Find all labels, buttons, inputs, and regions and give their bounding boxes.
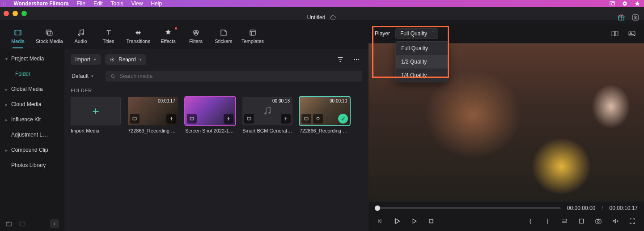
sidebar-item-label: Adjustment L…	[11, 132, 48, 138]
svg-rect-39	[579, 219, 583, 223]
menu-extra-3-icon[interactable]	[634, 0, 640, 7]
tab-stickers[interactable]: Stickers	[214, 28, 233, 45]
sort-dropdown[interactable]: Default ▾	[71, 71, 94, 81]
media-clip[interactable]: 00:00:17 + 722869_Recording P…	[128, 97, 178, 133]
import-button[interactable]: Import ▾	[71, 54, 101, 65]
sidebar-item-compound-clip[interactable]: ▸ Compound Clip	[0, 142, 64, 158]
apple-menu-icon[interactable]: 	[4, 0, 5, 7]
tab-transitions[interactable]: Transitions	[127, 28, 150, 45]
adjust-icon[interactable]	[313, 114, 323, 124]
sidebar-item-label: Influence Kit	[11, 116, 41, 123]
play-button[interactable]	[409, 216, 419, 227]
more-icon[interactable]	[351, 54, 362, 65]
filter-icon[interactable]	[335, 54, 346, 65]
tab-filters[interactable]: Filters	[186, 28, 206, 45]
chevron-right-icon: ▸	[5, 102, 8, 107]
clip-name: Screen Shot 2022-11…	[185, 128, 235, 133]
sidebar-item-global-media[interactable]: ▸ Global Media	[0, 81, 64, 97]
menu-view[interactable]: View	[131, 0, 143, 7]
sidebar-item-adjustment-layer[interactable]: ▸ Adjustment L…	[0, 127, 64, 142]
add-to-timeline-icon[interactable]: +	[224, 114, 233, 124]
quality-option-half[interactable]: 1/2 Quality	[396, 55, 448, 68]
tab-label: Transitions	[127, 38, 150, 44]
preview-icon[interactable]	[187, 114, 197, 124]
menu-tools[interactable]: Tools	[111, 0, 123, 7]
quality-option-full[interactable]: Full Quality	[396, 42, 448, 55]
add-to-timeline-icon[interactable]: +	[281, 114, 291, 124]
tab-templates[interactable]: Templates	[242, 28, 264, 45]
snapshot-button[interactable]	[593, 216, 604, 227]
search-input-wrap[interactable]	[106, 71, 362, 81]
menu-extra-2-icon[interactable]	[622, 0, 628, 7]
search-input[interactable]	[119, 73, 358, 79]
caret-down-icon: ▾	[91, 74, 93, 78]
import-media-tile[interactable]: + Import Media	[71, 97, 121, 133]
mark-out-button[interactable]: }	[542, 216, 553, 227]
menu-file[interactable]: File	[77, 0, 85, 7]
menu-extra-1-icon[interactable]	[609, 0, 615, 7]
crop-icon[interactable]	[576, 216, 587, 227]
svg-point-29	[264, 112, 267, 115]
app-name[interactable]: Wondershare Filmora	[13, 0, 68, 7]
traffic-light-close[interactable]	[4, 11, 9, 16]
compare-view-icon[interactable]	[609, 28, 621, 39]
browser-toolbar: Import ▾ Record ▾	[64, 49, 369, 68]
mark-in-button[interactable]: {	[525, 216, 536, 227]
traffic-light-minimize[interactable]	[13, 11, 18, 16]
caret-down-icon: ▾	[140, 57, 142, 62]
scrub-track[interactable]	[375, 207, 561, 209]
tab-audio[interactable]: Audio	[71, 28, 91, 45]
preview-icon[interactable]	[130, 114, 140, 124]
traffic-light-zoom[interactable]	[21, 11, 27, 16]
media-clip[interactable]: 00:00:13 + Smart BGM Generati…	[242, 97, 292, 133]
stop-button[interactable]	[426, 216, 436, 227]
svg-rect-0	[610, 1, 615, 5]
new-bin-icon[interactable]	[19, 220, 26, 227]
svg-rect-27	[133, 117, 136, 120]
svg-point-26	[111, 74, 114, 77]
scrub-handle[interactable]	[375, 205, 380, 211]
tab-stock-media[interactable]: Stock Media	[36, 28, 63, 45]
filters-icon	[191, 28, 200, 37]
templates-icon	[248, 28, 257, 37]
music-note-icon	[263, 106, 272, 116]
clip-name: Smart BGM Generati…	[242, 128, 292, 133]
mute-button[interactable]	[610, 216, 621, 227]
svg-point-33	[317, 117, 319, 120]
preview-icon[interactable]	[244, 114, 254, 124]
media-clip-selected[interactable]: 00:00:10 ✓ 722866_Recording P…	[300, 97, 350, 133]
new-folder-icon[interactable]	[5, 220, 13, 227]
media-clip[interactable]: + Screen Shot 2022-11…	[185, 97, 235, 133]
fullscreen-button[interactable]	[627, 216, 638, 227]
quality-option-quarter[interactable]: 1/4 Quality	[396, 68, 448, 82]
collapse-sidebar-button[interactable]	[50, 219, 59, 228]
top-tabs: Media Stock Media Audio Titles Transitio…	[0, 24, 369, 49]
clip-name: 722866_Recording P…	[300, 128, 350, 133]
play-pause-button[interactable]	[392, 216, 402, 227]
stock-media-icon	[45, 28, 54, 37]
quality-select[interactable]: Full Quality ˄	[395, 28, 438, 39]
quality-dropdown-menu: Full Quality 1/2 Quality 1/4 Quality	[395, 41, 448, 82]
mac-menu-bar:  Wondershare Filmora File Edit Tools Vi…	[0, 0, 644, 7]
add-to-timeline-icon[interactable]: +	[166, 114, 176, 124]
sidebar-child-folder[interactable]: Folder	[0, 66, 64, 81]
svg-rect-19	[6, 222, 12, 226]
tab-effects[interactable]: Effects	[158, 28, 178, 45]
prev-frame-button[interactable]	[375, 216, 386, 227]
sidebar-item-photos-library[interactable]: ▸ Photos Library	[0, 158, 64, 173]
scrub-bar[interactable]: 00:00:00:00 / 00:00:10:17	[375, 205, 638, 211]
tab-media[interactable]: Media	[8, 28, 28, 45]
menu-edit[interactable]: Edit	[93, 0, 103, 7]
sidebar-item-influence-kit[interactable]: ▸ Influence Kit	[0, 112, 64, 127]
svg-rect-18	[250, 30, 255, 35]
sidebar-item-cloud-media[interactable]: ▸ Cloud Media	[0, 97, 64, 112]
stickers-icon	[219, 28, 228, 37]
tab-titles[interactable]: Titles	[99, 28, 119, 45]
sidebar: ▾ Project Media Folder ▸ Global Media ▸ …	[0, 49, 64, 231]
sidebar-item-project-media[interactable]: ▾ Project Media	[0, 51, 64, 66]
zoom-select-icon[interactable]	[559, 216, 570, 227]
menu-help[interactable]: Help	[151, 0, 162, 7]
picture-icon[interactable]	[626, 28, 638, 39]
preview-icon[interactable]	[301, 114, 311, 124]
svg-rect-38	[429, 219, 433, 223]
